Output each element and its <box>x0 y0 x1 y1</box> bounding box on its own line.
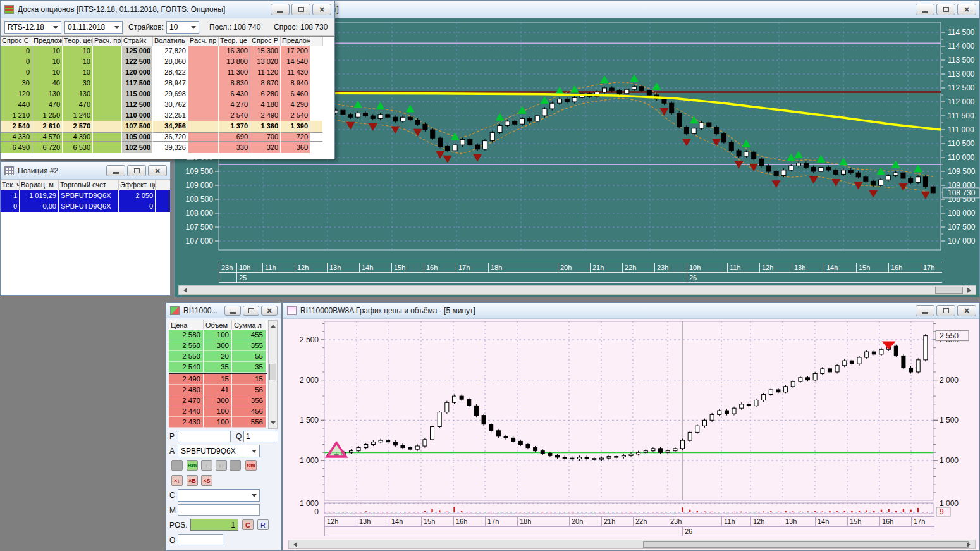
option-cell[interactable]: 1 210 <box>1 110 32 121</box>
option-cell[interactable]: 6 530 <box>63 142 93 153</box>
bid-row[interactable]: 2 4901515 <box>169 374 267 385</box>
bid-cell[interactable]: 456 <box>232 406 266 417</box>
option-cell[interactable]: 330 <box>219 142 250 153</box>
client-select[interactable] <box>178 489 260 502</box>
bid-row[interactable]: 2 470300356 <box>169 395 267 406</box>
scroll-left-icon[interactable] <box>291 542 297 547</box>
bid-cell[interactable]: 2 470 <box>169 395 204 406</box>
option-cell[interactable] <box>188 132 219 142</box>
option-cell[interactable]: 8 830 <box>219 78 250 89</box>
option-cell[interactable]: 2 610 <box>32 121 63 132</box>
option-cell[interactable]: 17 200 <box>281 46 310 56</box>
option-cell[interactable]: 8 670 <box>250 78 281 89</box>
bid-cell[interactable]: 41 <box>204 385 232 395</box>
ask-cell[interactable]: 455 <box>232 330 266 340</box>
option-cell[interactable]: 125 000 <box>122 46 153 56</box>
minimize-button[interactable] <box>916 4 934 15</box>
sell-market-button[interactable]: Sm <box>245 460 257 471</box>
option-cell[interactable]: 1 370 <box>219 121 250 132</box>
option-cell[interactable]: 110 000 <box>122 110 153 121</box>
option-row[interactable]: 01010125 00027,82016 30015 30017 200 <box>1 46 334 56</box>
option-cell[interactable]: 10 <box>32 56 63 67</box>
bid-cell[interactable]: 15 <box>204 374 232 385</box>
option-chart-scrollbar[interactable] <box>288 540 976 549</box>
ask-cell[interactable]: 2 540 <box>169 362 204 373</box>
option-cell[interactable]: 34,256 <box>153 121 188 132</box>
ask-row[interactable]: 2 560300355 <box>169 340 267 351</box>
close-icon[interactable] <box>312 4 331 15</box>
option-cell[interactable]: 27,820 <box>153 46 188 56</box>
option-cell[interactable] <box>93 121 122 132</box>
option-cell[interactable]: 320 <box>250 142 281 153</box>
bid-cell[interactable]: 2 490 <box>169 374 204 385</box>
scroll-down-icon[interactable] <box>271 421 276 427</box>
minimize-button[interactable] <box>916 305 934 316</box>
option-cell[interactable]: 4 290 <box>281 99 310 110</box>
option-cell[interactable]: 130 <box>63 89 93 99</box>
blank-button[interactable] <box>230 460 241 471</box>
order-book-scrollbar[interactable] <box>268 320 278 429</box>
restore-button[interactable] <box>127 165 146 176</box>
ask-cell[interactable]: 35 <box>232 362 266 373</box>
option-cell[interactable] <box>188 56 219 67</box>
option-cell[interactable]: 39,326 <box>153 142 188 153</box>
option-cell[interactable]: 700 <box>250 132 281 142</box>
option-cell[interactable]: 16 300 <box>219 46 250 56</box>
option-cell[interactable]: 4 330 <box>1 132 32 142</box>
option-cell[interactable]: 4 180 <box>250 99 281 110</box>
option-cell[interactable]: 360 <box>281 142 310 153</box>
option-row[interactable]: 120130130115 00029,6986 4306 2806 460 <box>1 89 334 99</box>
minimize-button[interactable] <box>224 306 241 316</box>
ask-cell[interactable]: 355 <box>232 340 266 351</box>
option-cell[interactable]: 10 <box>63 67 93 78</box>
bid-row[interactable]: 2 4804156 <box>169 385 267 395</box>
option-cell[interactable] <box>188 67 219 78</box>
option-cell[interactable]: 6 280 <box>250 89 281 99</box>
option-chart-titlebar[interactable]: RI110000BW8A График цены и объёма - [5 м… <box>283 303 979 319</box>
option-cell[interactable] <box>188 110 219 121</box>
bid-cell[interactable]: 15 <box>232 374 266 385</box>
close-position-button[interactable]: C <box>242 519 254 530</box>
order-window-titlebar[interactable]: RI11000... <box>166 303 281 318</box>
option-cell[interactable]: 8 940 <box>281 78 310 89</box>
scroll-right-icon[interactable] <box>967 542 973 547</box>
option-cell[interactable]: 28,422 <box>153 67 188 78</box>
ask-cell[interactable]: 2 550 <box>169 351 204 362</box>
ask-cell[interactable]: 55 <box>232 351 266 362</box>
option-cell[interactable]: 1 360 <box>250 121 281 132</box>
option-cell[interactable]: 15 300 <box>250 46 281 56</box>
minimize-button[interactable] <box>271 4 290 15</box>
bid-cell[interactable]: 2 430 <box>169 417 204 428</box>
option-cell[interactable]: 36,720 <box>153 132 188 142</box>
close-icon[interactable] <box>957 4 976 15</box>
expiry-date-select[interactable]: 01.11.2018 <box>64 21 123 34</box>
option-cell[interactable] <box>93 110 122 121</box>
ask-row[interactable]: 2 580100455 <box>169 330 267 340</box>
quantity-input[interactable] <box>243 431 278 442</box>
option-cell[interactable]: 2 540 <box>219 110 250 121</box>
bid-row[interactable]: 2 440100456 <box>169 406 267 417</box>
options-board-titlebar[interactable]: Доска опционов [RTS-12.18, 01.11.2018, F… <box>1 1 334 18</box>
option-cell[interactable]: 4 270 <box>219 99 250 110</box>
position-row[interactable]: 00,00SPBFUTD9Q6X0 <box>1 201 170 212</box>
option-cell[interactable]: 0 <box>1 46 32 56</box>
option-cell[interactable]: 6 490 <box>1 142 32 153</box>
option-cell[interactable] <box>188 142 219 153</box>
option-row[interactable]: 304030117 50028,9478 8308 6708 940 <box>1 78 334 89</box>
option-cell[interactable]: 1 390 <box>281 121 310 132</box>
ask-cell[interactable]: 35 <box>204 362 232 373</box>
bid-cell[interactable]: 100 <box>204 417 232 428</box>
option-cell[interactable]: 29,698 <box>153 89 188 99</box>
close-icon[interactable] <box>957 305 976 316</box>
option-cell[interactable]: 440 <box>1 99 32 110</box>
option-cell[interactable] <box>93 89 122 99</box>
option-cell[interactable]: 2 490 <box>250 110 281 121</box>
option-cell[interactable]: 120 <box>1 89 32 99</box>
option-cell[interactable]: 117 500 <box>122 78 153 89</box>
option-cell[interactable]: 10 <box>32 46 63 56</box>
position-titlebar[interactable]: Позиция #2 <box>1 162 170 180</box>
option-row[interactable]: 01010122 50028,06013 80013 02014 540 <box>1 56 334 67</box>
close-icon[interactable] <box>261 306 278 316</box>
option-cell[interactable]: 102 500 <box>122 142 153 153</box>
option-cell[interactable]: 10 <box>32 67 63 78</box>
